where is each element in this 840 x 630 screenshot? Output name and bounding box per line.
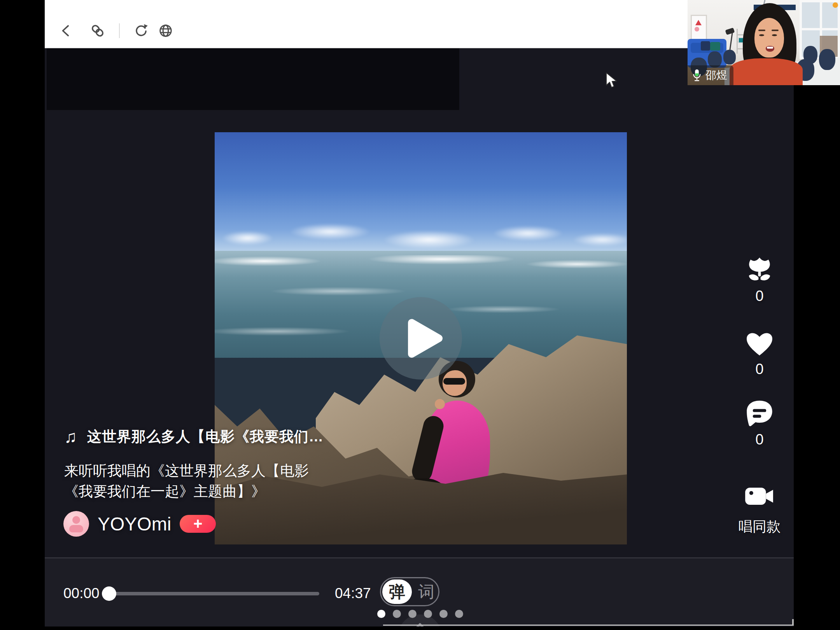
back-icon[interactable]: [58, 23, 74, 39]
microphone-icon: [692, 69, 702, 82]
song-description: 来听听我唱的《这世界那么多人【电影 《我要我们在一起》主题曲】》: [64, 460, 309, 502]
picture-triangle: [695, 20, 702, 25]
sofa-pillow: [701, 41, 710, 51]
sing-same-label[interactable]: 唱同款: [728, 517, 791, 536]
mouse-cursor: [605, 72, 618, 89]
page-header-strip: [47, 48, 459, 110]
face-brow: [772, 30, 779, 31]
player-bar: 00:00 04:37 弹 词: [45, 557, 794, 626]
danmu-option[interactable]: 弹: [382, 579, 412, 604]
video-clouds: [215, 215, 627, 255]
pagination-dot: [393, 610, 401, 618]
flower-count: 0: [728, 288, 791, 304]
window-edge-highlight: [792, 619, 794, 626]
webcam-overlay: 邵煜: [688, 0, 840, 85]
browser-toolbar: [45, 0, 794, 48]
like-count: 0: [728, 361, 791, 378]
comment-count: 0: [728, 431, 791, 448]
face-brow: [758, 30, 765, 31]
song-title[interactable]: 这世界那么多人【电影《我要我们…: [87, 427, 324, 446]
screenshot-stage: ♫ 这世界那么多人【电影《我要我们… 来听听我唱的《这世界那么多人【电影 《我要…: [0, 0, 840, 630]
sofa-pillow: [710, 42, 720, 51]
globe-icon[interactable]: [158, 23, 174, 39]
face-eye: [759, 34, 764, 36]
floor-lamp-head: [725, 28, 735, 35]
refresh-icon[interactable]: [133, 23, 149, 39]
wall-picture: [691, 15, 707, 42]
music-note-icon: ♫: [64, 428, 77, 445]
heart-icon[interactable]: [743, 327, 776, 358]
participant-sweater: [730, 58, 803, 85]
lyrics-option[interactable]: 词: [415, 578, 438, 605]
follow-button[interactable]: +: [180, 515, 216, 533]
pagination-dot: [377, 610, 385, 618]
pagination-dot: [455, 610, 463, 618]
pagination-dot: [424, 610, 432, 618]
app-window: ♫ 这世界那么多人【电影《我要我们… 来听听我唱的《这世界那么多人【电影 《我要…: [45, 0, 794, 626]
danmu-lyrics-toggle[interactable]: 弹 词: [380, 577, 439, 606]
username[interactable]: YOYOmi: [98, 513, 171, 535]
user-row: YOYOmi +: [63, 511, 216, 537]
picture-dot: [695, 27, 699, 32]
chair: [819, 49, 835, 70]
toolbar-divider: [119, 23, 120, 38]
progress-thumb[interactable]: [102, 586, 116, 601]
face-eye: [772, 34, 777, 36]
description-line: 《我要我们在一起》主题曲】》: [64, 481, 309, 502]
participant-label: 邵煜: [688, 65, 733, 85]
link-icon[interactable]: [89, 23, 106, 39]
user-avatar[interactable]: [63, 511, 89, 537]
status-dot: [833, 2, 838, 8]
play-button[interactable]: [380, 297, 462, 380]
face-mouth: [766, 46, 774, 52]
chair: [723, 50, 736, 65]
description-line: 来听听我唱的《这世界那么多人【电影: [64, 460, 309, 481]
flower-icon[interactable]: [742, 253, 777, 287]
play-icon: [380, 297, 462, 380]
window-edge-highlight: [383, 625, 794, 626]
action-rail: 0 0 0 唱同款: [728, 0, 791, 626]
song-title-row[interactable]: ♫ 这世界那么多人【电影《我要我们…: [64, 427, 324, 446]
pagination-dot: [439, 610, 448, 618]
progress-track[interactable]: [110, 592, 319, 595]
camcorder-icon[interactable]: [742, 478, 777, 514]
pagination-dot: [408, 610, 416, 618]
participant-name: 邵煜: [705, 68, 727, 83]
comment-icon[interactable]: [743, 397, 776, 430]
person-hand: [435, 399, 445, 409]
